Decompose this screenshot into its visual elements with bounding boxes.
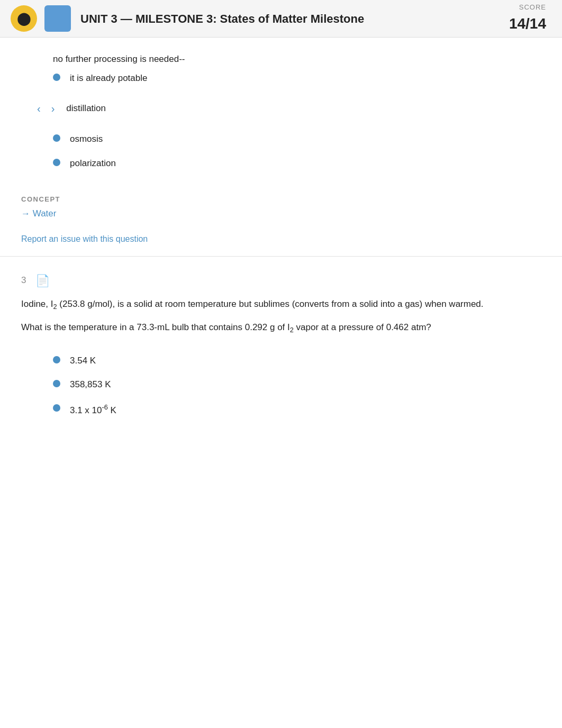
- concept-water-link[interactable]: → Water: [21, 208, 56, 219]
- page-wrapper: ⬤ UNIT 3 — MILESTONE 3: States of Matter…: [0, 0, 562, 436]
- answer-distillation-row: ‹ › distillation: [21, 90, 541, 127]
- bullet-icon: [53, 404, 60, 412]
- header: ⬤ UNIT 3 — MILESTONE 3: States of Matter…: [0, 0, 562, 38]
- concept-section: CONCEPT → Water: [0, 184, 562, 225]
- answer-osmosis[interactable]: osmosis: [21, 127, 541, 151]
- score-label: SCORE: [509, 2, 546, 13]
- q3-answer-2[interactable]: 358,853 K: [21, 372, 541, 397]
- bullet-icon: [53, 356, 60, 363]
- left-nav-icon[interactable]: ‹: [32, 98, 46, 119]
- score-value: 14/14: [509, 13, 546, 35]
- bullet-icon: [53, 74, 60, 81]
- bullet-icon: [53, 380, 60, 387]
- bullet-icon: [53, 159, 60, 166]
- answer-polarization[interactable]: polarization: [21, 151, 541, 176]
- question-number: 3: [21, 274, 26, 287]
- answer-distillation-text: distillation: [66, 102, 106, 115]
- q3-answer-3[interactable]: 3.1 x 10-6 K: [21, 397, 541, 422]
- q3-answer-options: 3.54 K 358,853 K 3.1 x 10-6 K: [21, 343, 541, 427]
- logo-icon: ⬤: [11, 5, 37, 32]
- section-divider: [0, 256, 562, 257]
- answer-already-potable[interactable]: it is already potable: [21, 68, 541, 90]
- q3-text-part1: Iodine, I2 (253.8 g/mol), is a solid at …: [21, 297, 541, 313]
- q3-header: 3 📄: [0, 267, 562, 288]
- right-nav-icon[interactable]: ›: [46, 98, 60, 119]
- q3-text-part2: What is the temperature in a 73.3-mL bul…: [21, 320, 541, 336]
- report-issue-link[interactable]: Report an issue with this question: [0, 233, 562, 245]
- prev-question-section: no further processing is needed-- it is …: [0, 38, 562, 184]
- score-block: SCORE 14/14: [509, 2, 546, 35]
- q3-body: Iodine, I2 (253.8 g/mol), is a solid at …: [0, 288, 562, 436]
- concept-label: CONCEPT: [21, 194, 541, 205]
- document-icon: 📄: [34, 272, 50, 288]
- page-title: UNIT 3 — MILESTONE 3: States of Matter M…: [80, 10, 364, 28]
- bullet-icon: [53, 134, 60, 142]
- answer-no-further: no further processing is needed--: [21, 50, 541, 68]
- avatar: [44, 5, 71, 32]
- q3-answer-1[interactable]: 3.54 K: [21, 349, 541, 373]
